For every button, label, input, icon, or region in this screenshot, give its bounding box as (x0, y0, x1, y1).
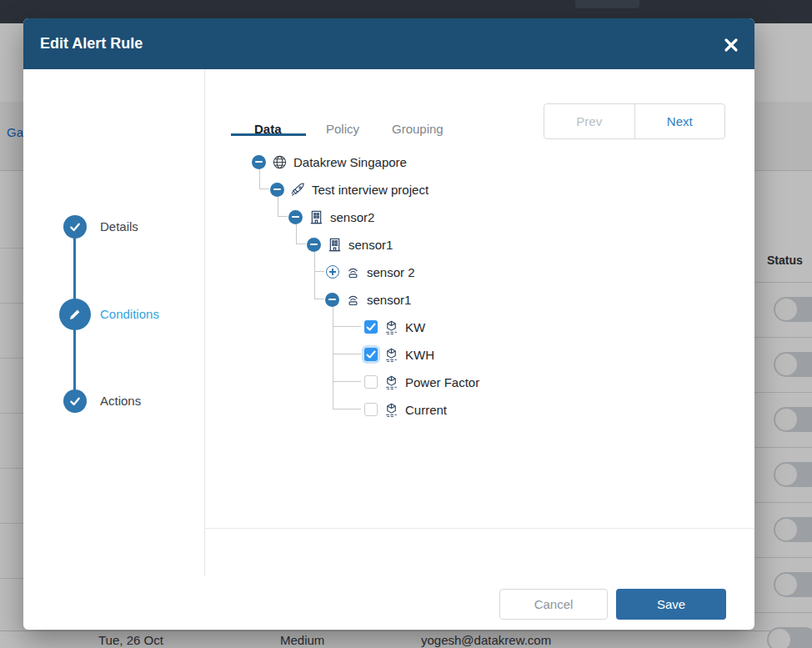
step-conditions-label[interactable]: Conditions (100, 307, 159, 322)
tree-connector (333, 381, 361, 382)
tree-node-label[interactable]: sensor2 (330, 210, 374, 224)
tree-connector (259, 188, 269, 189)
step-details-label[interactable]: Details (100, 219, 138, 234)
building-icon (327, 237, 343, 253)
collapse-icon[interactable] (270, 183, 284, 197)
collapse-icon[interactable] (325, 293, 339, 307)
dialog-title: Edit Alert Rule (40, 18, 143, 69)
cancel-button[interactable]: Cancel (499, 589, 608, 620)
tree-connector (296, 244, 306, 244)
tree-node-site: sensor1 (307, 231, 393, 258)
tree-connector (314, 271, 324, 272)
cube-icon (383, 319, 399, 335)
cube-icon (383, 374, 399, 390)
tree-node-label[interactable]: Test interview project (312, 183, 429, 197)
parameter-row: KWH (364, 341, 434, 368)
gateway-icon (345, 292, 361, 308)
tree-node-gateway: sensor1 (325, 286, 411, 313)
next-button[interactable]: Next (634, 104, 725, 138)
checkbox-kwh[interactable] (364, 348, 378, 361)
check-icon (68, 394, 82, 408)
tree-connector (333, 354, 361, 354)
tree-connector (333, 307, 333, 409)
close-icon[interactable] (721, 35, 741, 55)
parameter-row: Power Factor (364, 369, 479, 395)
checkbox-kw[interactable] (364, 320, 378, 334)
tree-connector (314, 252, 315, 299)
parameter-row: Current (364, 396, 447, 423)
tree-node-gateway: sensor 2 (326, 259, 415, 285)
rocket-icon (290, 182, 306, 198)
collapse-icon[interactable] (252, 155, 266, 169)
prev-button[interactable]: Prev (544, 104, 634, 138)
check-icon (68, 220, 82, 234)
parameter-label[interactable]: Power Factor (405, 375, 479, 389)
cube-icon (383, 402, 399, 418)
collapse-icon[interactable] (288, 210, 303, 224)
step-details-indicator[interactable] (63, 215, 87, 239)
edit-alert-rule-dialog: Edit Alert Rule Details Conditions Actio… (23, 18, 754, 630)
tree-connector (278, 216, 288, 217)
building-icon (308, 209, 324, 225)
tree-node-label[interactable]: sensor1 (348, 238, 393, 252)
parameter-row: KW (364, 314, 425, 340)
tree-connector (333, 409, 361, 409)
globe-icon (272, 154, 288, 170)
tree-connector (333, 326, 361, 327)
tree-node-project: Test interview project (270, 176, 429, 203)
tree-node-site: sensor2 (288, 203, 374, 230)
tree-node-label[interactable]: Datakrew Singapore (293, 155, 407, 169)
tree-node-label[interactable]: sensor 2 (367, 265, 415, 279)
expand-icon[interactable] (326, 265, 339, 279)
gateway-icon (345, 264, 361, 280)
active-tab-underline (231, 133, 306, 136)
parameter-label[interactable]: KW (405, 320, 425, 334)
step-actions-label[interactable]: Actions (100, 394, 141, 409)
checkbox-current[interactable] (364, 403, 378, 416)
tree-node-org: Datakrew Singapore (252, 148, 407, 175)
cube-icon (383, 347, 399, 363)
tree-connector (314, 299, 324, 299)
tab-policy[interactable]: Policy (326, 122, 359, 136)
panel-divider (204, 69, 205, 575)
checkbox-power-factor[interactable] (364, 375, 378, 389)
tree-node-label[interactable]: sensor1 (367, 293, 411, 307)
parameter-label[interactable]: KWH (405, 348, 434, 362)
content-divider (204, 528, 754, 529)
pencil-icon (68, 307, 83, 322)
step-actions-indicator[interactable] (63, 389, 87, 413)
save-button[interactable]: Save (616, 589, 726, 620)
tab-grouping[interactable]: Grouping (392, 122, 444, 136)
step-conditions-indicator[interactable] (59, 299, 91, 330)
parameter-label[interactable]: Current (405, 403, 447, 417)
collapse-icon[interactable] (307, 238, 321, 252)
pager-group: Prev Next (544, 103, 725, 139)
